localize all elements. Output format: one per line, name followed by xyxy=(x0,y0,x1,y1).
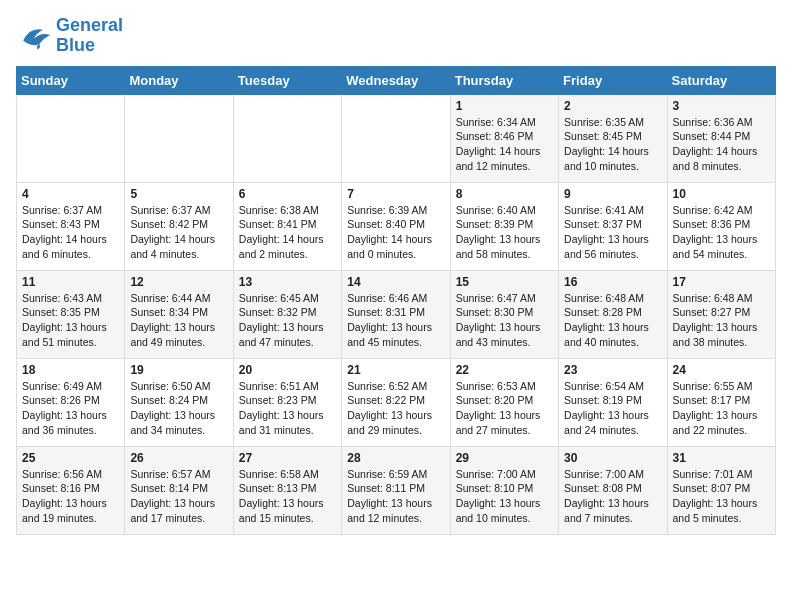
day-number: 17 xyxy=(673,275,770,289)
cell-content: Sunrise: 6:46 AM Sunset: 8:31 PM Dayligh… xyxy=(347,291,444,350)
daylight-text: Daylight: 13 hours and 17 minutes. xyxy=(130,497,215,524)
sunrise-text: Sunrise: 6:47 AM xyxy=(456,292,536,304)
calendar-cell xyxy=(342,94,450,182)
calendar-cell: 29 Sunrise: 7:00 AM Sunset: 8:10 PM Dayl… xyxy=(450,446,558,534)
cell-content: Sunrise: 6:49 AM Sunset: 8:26 PM Dayligh… xyxy=(22,379,119,438)
sunrise-text: Sunrise: 6:38 AM xyxy=(239,204,319,216)
calendar-cell: 7 Sunrise: 6:39 AM Sunset: 8:40 PM Dayli… xyxy=(342,182,450,270)
cell-content: Sunrise: 6:37 AM Sunset: 8:42 PM Dayligh… xyxy=(130,203,227,262)
cell-content: Sunrise: 6:36 AM Sunset: 8:44 PM Dayligh… xyxy=(673,115,770,174)
cell-content: Sunrise: 6:59 AM Sunset: 8:11 PM Dayligh… xyxy=(347,467,444,526)
daylight-text: Daylight: 13 hours and 15 minutes. xyxy=(239,497,324,524)
sunrise-text: Sunrise: 6:41 AM xyxy=(564,204,644,216)
daylight-text: Daylight: 13 hours and 12 minutes. xyxy=(347,497,432,524)
sunset-text: Sunset: 8:16 PM xyxy=(22,482,100,494)
weekday-header-sunday: Sunday xyxy=(17,66,125,94)
day-number: 2 xyxy=(564,99,661,113)
calendar-cell: 2 Sunrise: 6:35 AM Sunset: 8:45 PM Dayli… xyxy=(559,94,667,182)
weekday-header-row: SundayMondayTuesdayWednesdayThursdayFrid… xyxy=(17,66,776,94)
calendar-cell: 6 Sunrise: 6:38 AM Sunset: 8:41 PM Dayli… xyxy=(233,182,341,270)
sunrise-text: Sunrise: 7:00 AM xyxy=(456,468,536,480)
sunrise-text: Sunrise: 6:55 AM xyxy=(673,380,753,392)
daylight-text: Daylight: 13 hours and 43 minutes. xyxy=(456,321,541,348)
calendar-cell: 19 Sunrise: 6:50 AM Sunset: 8:24 PM Dayl… xyxy=(125,358,233,446)
calendar-cell: 20 Sunrise: 6:51 AM Sunset: 8:23 PM Dayl… xyxy=(233,358,341,446)
calendar-week-2: 4 Sunrise: 6:37 AM Sunset: 8:43 PM Dayli… xyxy=(17,182,776,270)
cell-content: Sunrise: 7:00 AM Sunset: 8:10 PM Dayligh… xyxy=(456,467,553,526)
cell-content: Sunrise: 6:48 AM Sunset: 8:27 PM Dayligh… xyxy=(673,291,770,350)
daylight-text: Daylight: 13 hours and 58 minutes. xyxy=(456,233,541,260)
weekday-header-monday: Monday xyxy=(125,66,233,94)
cell-content: Sunrise: 6:40 AM Sunset: 8:39 PM Dayligh… xyxy=(456,203,553,262)
sunrise-text: Sunrise: 6:34 AM xyxy=(456,116,536,128)
calendar-cell: 4 Sunrise: 6:37 AM Sunset: 8:43 PM Dayli… xyxy=(17,182,125,270)
sunrise-text: Sunrise: 6:45 AM xyxy=(239,292,319,304)
calendar-cell: 5 Sunrise: 6:37 AM Sunset: 8:42 PM Dayli… xyxy=(125,182,233,270)
sunrise-text: Sunrise: 6:56 AM xyxy=(22,468,102,480)
daylight-text: Daylight: 14 hours and 8 minutes. xyxy=(673,145,758,172)
sunset-text: Sunset: 8:24 PM xyxy=(130,394,208,406)
day-number: 11 xyxy=(22,275,119,289)
sunrise-text: Sunrise: 6:48 AM xyxy=(564,292,644,304)
day-number: 20 xyxy=(239,363,336,377)
sunrise-text: Sunrise: 7:01 AM xyxy=(673,468,753,480)
sunrise-text: Sunrise: 6:54 AM xyxy=(564,380,644,392)
day-number: 4 xyxy=(22,187,119,201)
sunrise-text: Sunrise: 6:59 AM xyxy=(347,468,427,480)
day-number: 12 xyxy=(130,275,227,289)
calendar-week-5: 25 Sunrise: 6:56 AM Sunset: 8:16 PM Dayl… xyxy=(17,446,776,534)
calendar-cell: 16 Sunrise: 6:48 AM Sunset: 8:28 PM Dayl… xyxy=(559,270,667,358)
cell-content: Sunrise: 6:45 AM Sunset: 8:32 PM Dayligh… xyxy=(239,291,336,350)
daylight-text: Daylight: 13 hours and 27 minutes. xyxy=(456,409,541,436)
sunrise-text: Sunrise: 6:37 AM xyxy=(22,204,102,216)
day-number: 26 xyxy=(130,451,227,465)
sunrise-text: Sunrise: 6:48 AM xyxy=(673,292,753,304)
daylight-text: Daylight: 13 hours and 40 minutes. xyxy=(564,321,649,348)
weekday-header-friday: Friday xyxy=(559,66,667,94)
calendar-cell: 15 Sunrise: 6:47 AM Sunset: 8:30 PM Dayl… xyxy=(450,270,558,358)
logo: General Blue xyxy=(16,16,123,56)
sunset-text: Sunset: 8:28 PM xyxy=(564,306,642,318)
sunset-text: Sunset: 8:43 PM xyxy=(22,218,100,230)
sunset-text: Sunset: 8:35 PM xyxy=(22,306,100,318)
sunset-text: Sunset: 8:23 PM xyxy=(239,394,317,406)
sunset-text: Sunset: 8:46 PM xyxy=(456,130,534,142)
daylight-text: Daylight: 13 hours and 10 minutes. xyxy=(456,497,541,524)
cell-content: Sunrise: 7:00 AM Sunset: 8:08 PM Dayligh… xyxy=(564,467,661,526)
calendar-cell: 11 Sunrise: 6:43 AM Sunset: 8:35 PM Dayl… xyxy=(17,270,125,358)
cell-content: Sunrise: 6:58 AM Sunset: 8:13 PM Dayligh… xyxy=(239,467,336,526)
day-number: 9 xyxy=(564,187,661,201)
calendar-cell: 21 Sunrise: 6:52 AM Sunset: 8:22 PM Dayl… xyxy=(342,358,450,446)
day-number: 29 xyxy=(456,451,553,465)
weekday-header-saturday: Saturday xyxy=(667,66,775,94)
day-number: 24 xyxy=(673,363,770,377)
calendar-cell xyxy=(125,94,233,182)
sunset-text: Sunset: 8:37 PM xyxy=(564,218,642,230)
sunrise-text: Sunrise: 6:52 AM xyxy=(347,380,427,392)
daylight-text: Daylight: 13 hours and 54 minutes. xyxy=(673,233,758,260)
day-number: 23 xyxy=(564,363,661,377)
day-number: 19 xyxy=(130,363,227,377)
logo-icon xyxy=(16,22,52,50)
page-header: General Blue xyxy=(16,16,776,56)
day-number: 5 xyxy=(130,187,227,201)
day-number: 30 xyxy=(564,451,661,465)
sunrise-text: Sunrise: 7:00 AM xyxy=(564,468,644,480)
sunrise-text: Sunrise: 6:49 AM xyxy=(22,380,102,392)
cell-content: Sunrise: 6:54 AM Sunset: 8:19 PM Dayligh… xyxy=(564,379,661,438)
daylight-text: Daylight: 13 hours and 19 minutes. xyxy=(22,497,107,524)
cell-content: Sunrise: 6:39 AM Sunset: 8:40 PM Dayligh… xyxy=(347,203,444,262)
sunset-text: Sunset: 8:08 PM xyxy=(564,482,642,494)
sunrise-text: Sunrise: 6:40 AM xyxy=(456,204,536,216)
cell-content: Sunrise: 6:43 AM Sunset: 8:35 PM Dayligh… xyxy=(22,291,119,350)
daylight-text: Daylight: 13 hours and 34 minutes. xyxy=(130,409,215,436)
sunset-text: Sunset: 8:11 PM xyxy=(347,482,425,494)
sunset-text: Sunset: 8:14 PM xyxy=(130,482,208,494)
sunset-text: Sunset: 8:42 PM xyxy=(130,218,208,230)
sunset-text: Sunset: 8:30 PM xyxy=(456,306,534,318)
day-number: 6 xyxy=(239,187,336,201)
calendar-cell: 8 Sunrise: 6:40 AM Sunset: 8:39 PM Dayli… xyxy=(450,182,558,270)
sunrise-text: Sunrise: 6:44 AM xyxy=(130,292,210,304)
calendar-cell: 9 Sunrise: 6:41 AM Sunset: 8:37 PM Dayli… xyxy=(559,182,667,270)
sunset-text: Sunset: 8:39 PM xyxy=(456,218,534,230)
